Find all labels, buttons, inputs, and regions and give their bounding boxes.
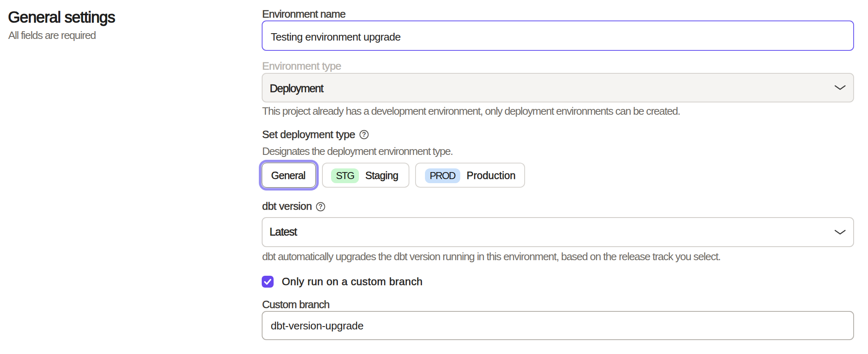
svg-text:?: ? bbox=[319, 203, 323, 210]
svg-text:?: ? bbox=[362, 131, 366, 138]
